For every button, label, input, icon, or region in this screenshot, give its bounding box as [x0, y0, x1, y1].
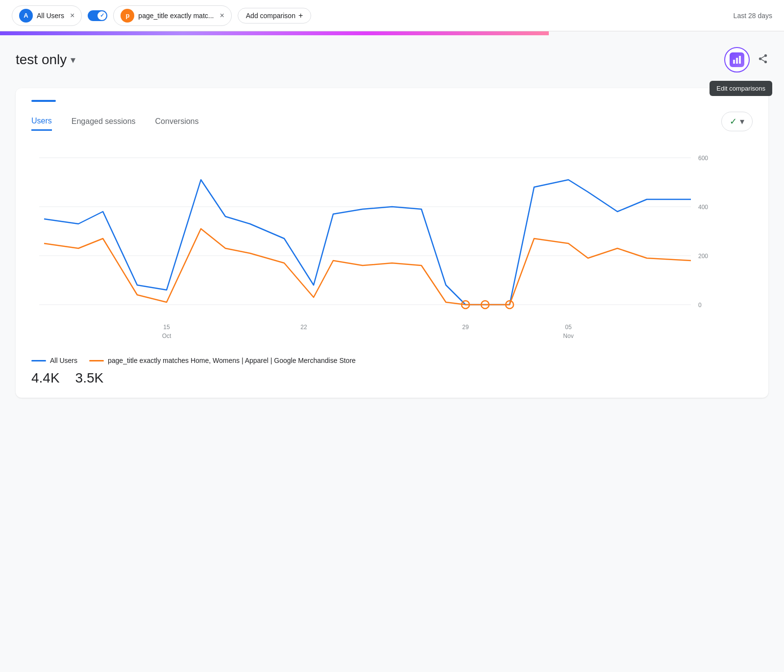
page-title-pill[interactable]: p page_title exactly matc... ×: [113, 5, 231, 26]
plus-icon: +: [298, 11, 303, 20]
all-users-pill[interactable]: A All Users ×: [12, 5, 82, 26]
chart-card: Users Engaged sessions Conversions ✓ ▾ 6…: [16, 88, 768, 398]
edit-comparisons-button[interactable]: [724, 47, 750, 72]
svg-text:05: 05: [565, 324, 572, 331]
card-active-indicator: [31, 100, 56, 102]
tab-conversions[interactable]: Conversions: [155, 113, 199, 130]
chart-values: 4.4K 3.5K: [31, 370, 753, 386]
check-circle-icon: ✓: [730, 116, 737, 127]
page-title-avatar: p: [121, 9, 134, 23]
dropdown-chevron-icon: ▾: [740, 116, 744, 127]
orange-line: [44, 229, 691, 305]
svg-rect-0: [733, 60, 735, 64]
date-range-label: Last 28 days: [734, 12, 772, 20]
tab-action-button[interactable]: ✓ ▾: [721, 112, 753, 131]
chart-bar-icon: [730, 52, 744, 67]
page-title-area: test only ▾ E: [16, 35, 768, 80]
page-title-close[interactable]: ×: [220, 11, 224, 20]
legend-all-users: All Users: [31, 357, 77, 364]
page-title-value: 3.5K: [75, 370, 104, 386]
gradient-bar: [0, 31, 549, 35]
svg-text:400: 400: [698, 204, 708, 211]
chart-svg: 600 400 200 0 15 Oct 22 29 05 N: [31, 143, 723, 349]
page-title-dropdown-icon[interactable]: ▾: [71, 54, 75, 66]
legend-blue-line: [31, 360, 46, 361]
share-button[interactable]: [758, 53, 768, 67]
legend-page-title: page_title exactly matches Home, Womens …: [89, 357, 356, 364]
svg-rect-2: [739, 56, 741, 64]
toggle-check-icon: ✓: [100, 12, 104, 19]
comparison-toggle[interactable]: ✓: [88, 10, 107, 21]
tab-users[interactable]: Users: [31, 113, 52, 131]
chart-wrapper: 600 400 200 0 15 Oct 22 29 05 N: [31, 143, 753, 349]
svg-text:200: 200: [698, 253, 708, 260]
svg-rect-1: [736, 58, 738, 64]
page-title-label: page_title exactly matc...: [138, 12, 214, 20]
svg-text:29: 29: [462, 324, 469, 331]
tab-engaged-sessions[interactable]: Engaged sessions: [72, 113, 136, 130]
chart-tabs: Users Engaged sessions Conversions ✓ ▾: [31, 112, 753, 131]
svg-text:0: 0: [698, 302, 702, 309]
chart-legend: All Users page_title exactly matches Hom…: [31, 357, 753, 364]
svg-text:Nov: Nov: [563, 333, 573, 339]
blue-line: [44, 180, 691, 305]
legend-orange-line: [89, 360, 104, 361]
all-users-label: All Users: [37, 12, 64, 20]
top-right-actions: Edit comparisons: [724, 47, 768, 72]
svg-text:600: 600: [698, 155, 708, 162]
page-title: test only ▾: [16, 52, 75, 68]
all-users-value: 4.4K: [31, 370, 60, 386]
all-users-avatar: A: [19, 9, 33, 23]
page-content: test only ▾ E: [0, 35, 784, 413]
edit-comparisons-tooltip: Edit comparisons: [710, 81, 772, 96]
top-bar: A All Users × ✓ p page_title exactly mat…: [0, 0, 784, 31]
add-comparison-button[interactable]: Add comparison +: [238, 8, 312, 24]
svg-text:15: 15: [163, 324, 170, 331]
all-users-close[interactable]: ×: [70, 11, 74, 20]
svg-text:22: 22: [300, 324, 307, 331]
svg-text:Oct: Oct: [162, 333, 172, 339]
